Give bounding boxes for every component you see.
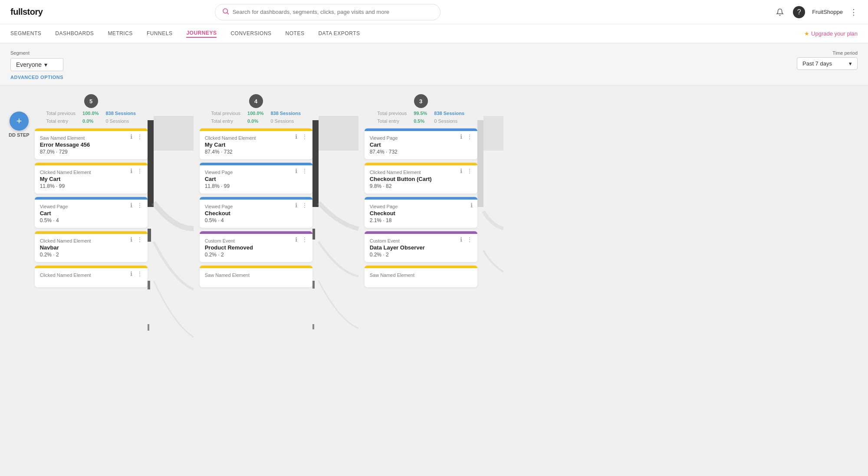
time-dropdown[interactable]: Past 7 days ▾ (797, 57, 858, 70)
card-info-5-3[interactable]: ℹ (129, 201, 134, 209)
step-col-5: 5 Total previous Total entry 100.0% 0.0%… (35, 94, 148, 287)
time-label: Time period (832, 50, 858, 56)
pct2-3: 0.5% (414, 118, 424, 125)
card-stats-4-4: 0.2% · 2 (205, 252, 307, 258)
card-4-3[interactable]: Viewed Page Checkout 0.5% · 4 ℹ ⋮ (200, 197, 312, 228)
journey-canvas[interactable]: + DD STEP 5 Total previous Total entry 1… (0, 85, 868, 476)
card-info-5-5[interactable]: ℹ (129, 270, 134, 278)
card-3-5[interactable]: Saw Named Element (365, 266, 477, 287)
nav-conversions[interactable]: CONVERSIONS (230, 30, 271, 37)
card-more-5-1[interactable]: ⋮ (135, 133, 144, 141)
upgrade-label: Upgrade your plan (811, 30, 858, 37)
card-more-5-3[interactable]: ⋮ (135, 201, 144, 209)
card-3-3[interactable]: Viewed Page Checkout 2.1% · 18 ℹ (365, 197, 477, 228)
card-4-4[interactable]: Custom Event Product Removed 0.2% · 2 ℹ … (200, 231, 312, 262)
segment-value: Everyone (16, 61, 42, 68)
card-more-4-1[interactable]: ⋮ (300, 133, 309, 141)
total-entry-label-4: Total entry (211, 118, 233, 125)
card-title-5-2: My Cart (40, 176, 142, 182)
cards-list-4: Clicked Named Element My Cart 87.4% · 73… (200, 128, 312, 287)
card-5-3[interactable]: Viewed Page Cart 0.5% · 4 ℹ ⋮ (35, 197, 148, 228)
add-step-button[interactable]: + (10, 112, 29, 131)
card-type-3-5: Saw Named Element (370, 272, 472, 278)
card-3-1[interactable]: Viewed Page Cart 87.4% · 732 ℹ ⋮ (365, 128, 477, 159)
card-info-5-1[interactable]: ℹ (129, 133, 134, 141)
canvas-inner: + DD STEP 5 Total previous Total entry 1… (0, 85, 868, 460)
card-5-5[interactable]: Clicked Named Element ℹ ⋮ (35, 266, 148, 287)
step-col-4: 4 Total previous Total entry 100.0% 0.0%… (200, 94, 312, 287)
card-info-5-4[interactable]: ℹ (129, 236, 134, 243)
card-stats-3-1: 87.4% · 732 (370, 149, 472, 155)
nav-metrics[interactable]: METRICS (108, 30, 133, 37)
card-title-3-1: Cart (370, 141, 472, 148)
step-number-3: 3 (414, 94, 428, 108)
add-step-label: DD STEP (9, 132, 30, 138)
card-3-4[interactable]: Custom Event Data Layer Observer 0.2% · … (365, 231, 477, 262)
card-more-5-5[interactable]: ⋮ (135, 270, 144, 278)
card-more-3-2[interactable]: ⋮ (465, 167, 474, 175)
total-prev-label-4: Total previous (211, 110, 240, 118)
card-4-1[interactable]: Clicked Named Element My Cart 87.4% · 73… (200, 128, 312, 159)
card-type-5-2: Clicked Named Element (40, 170, 142, 175)
card-5-2[interactable]: Clicked Named Element My Cart 11.8% · 99… (35, 163, 148, 194)
card-info-3-1[interactable]: ℹ (459, 133, 464, 141)
nav-segments[interactable]: SEGMENTS (10, 30, 41, 37)
card-4-5[interactable]: Saw Named Element (200, 266, 312, 287)
card-more-3-4[interactable]: ⋮ (465, 236, 474, 243)
nav-dashboards[interactable]: DASHBOARDS (55, 30, 94, 37)
card-more-4-4[interactable]: ⋮ (300, 236, 309, 243)
help-button[interactable]: ? (793, 6, 805, 18)
segment-dropdown[interactable]: Everyone ▾ (10, 58, 63, 71)
sessions-3: 838 Sessions (434, 110, 464, 118)
nav-funnels[interactable]: FUNNELS (147, 30, 173, 37)
svg-rect-6 (312, 120, 319, 207)
card-title-4-4: Product Removed (205, 244, 307, 251)
sessions2-4: 0 Sessions (270, 118, 294, 125)
time-value: Past 7 days (802, 60, 832, 67)
card-info-4-4[interactable]: ℹ (294, 236, 299, 243)
card-5-1[interactable]: Saw Named Element Error Message 456 87.0… (35, 128, 148, 159)
upgrade-link[interactable]: ★ Upgrade your plan (804, 30, 858, 37)
segment-section: Segment Everyone ▾ ADVANCED OPTIONS (10, 50, 63, 80)
svg-rect-5 (148, 324, 149, 331)
card-type-4-2: Viewed Page (205, 170, 307, 175)
pct2-4: 0.0% (247, 118, 258, 125)
card-type-5-5: Clicked Named Element (40, 272, 142, 278)
card-info-4-1[interactable]: ℹ (294, 133, 299, 141)
card-4-2[interactable]: Viewed Page Cart 11.8% · 99 ℹ ⋮ (200, 163, 312, 194)
search-bar[interactable] (215, 4, 441, 20)
card-more-4-2[interactable]: ⋮ (300, 167, 309, 175)
card-info-3-2[interactable]: ℹ (459, 167, 464, 175)
card-3-2[interactable]: Clicked Named Element Checkout Button (C… (365, 163, 477, 194)
nav-links: SEGMENTS DASHBOARDS METRICS FUNNELS JOUR… (10, 30, 360, 38)
card-title-3-3: Checkout (370, 210, 472, 217)
nav-data-exports[interactable]: DATA EXPORTS (318, 30, 360, 37)
card-5-4[interactable]: Clicked Named Element Navbar 0.2% · 2 ℹ … (35, 231, 148, 262)
step-header-5: 5 Total previous Total entry 100.0% 0.0%… (35, 94, 148, 125)
nav-journeys[interactable]: JOURNEYS (186, 30, 217, 38)
step-stats-5: Total previous Total entry 100.0% 0.0% 8… (35, 110, 148, 125)
card-stats-5-2: 11.8% · 99 (40, 183, 142, 189)
card-more-4-3[interactable]: ⋮ (300, 201, 309, 209)
more-options-button[interactable]: ⋮ (850, 7, 858, 17)
svg-line-1 (227, 13, 228, 14)
nav-notes[interactable]: NOTES (286, 30, 305, 37)
card-info-3-4[interactable]: ℹ (459, 236, 464, 243)
card-info-4-3[interactable]: ℹ (294, 201, 299, 209)
step-col-3: 3 Total previous Total entry 99.5% 0.5% … (365, 94, 477, 287)
logo: fullstory (10, 7, 43, 17)
card-type-5-3: Viewed Page (40, 204, 142, 209)
notifications-button[interactable] (774, 6, 786, 18)
card-info-3-3[interactable]: ℹ (469, 201, 474, 209)
card-more-3-1[interactable]: ⋮ (465, 133, 474, 141)
card-info-5-2[interactable]: ℹ (129, 167, 134, 175)
advanced-options[interactable]: ADVANCED OPTIONS (10, 75, 63, 80)
card-more-5-4[interactable]: ⋮ (135, 236, 144, 243)
pct1-5: 100.0% (82, 110, 99, 118)
card-more-5-2[interactable]: ⋮ (135, 167, 144, 175)
total-prev-label: Total previous (46, 110, 76, 118)
pct1-3: 99.5% (414, 110, 427, 118)
search-input[interactable] (233, 9, 433, 15)
card-type-5-1: Saw Named Element (40, 135, 142, 141)
card-info-4-2[interactable]: ℹ (294, 167, 299, 175)
